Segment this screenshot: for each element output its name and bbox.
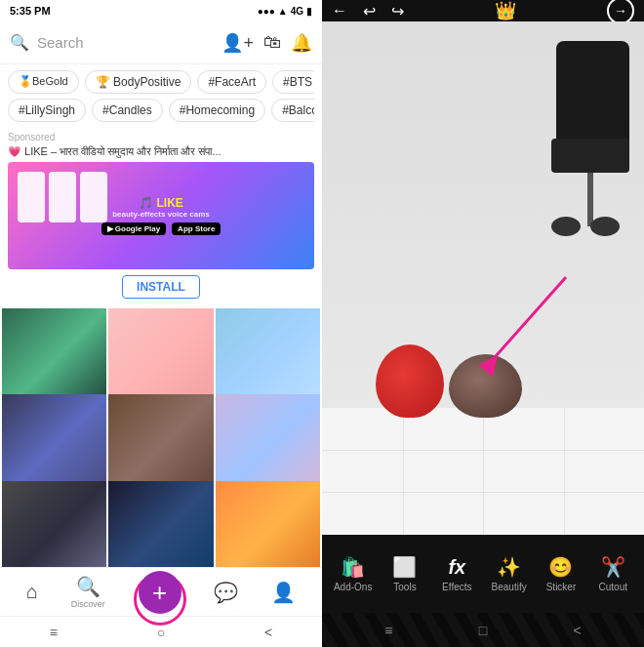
right-panel: ← ↩ ↪ 👑 → bbox=[322, 0, 644, 647]
arrow-svg bbox=[468, 267, 585, 384]
effects-icon: fx bbox=[448, 556, 465, 579]
hashtag-begold[interactable]: 🏅BeGold bbox=[8, 70, 79, 94]
activity-icon: 💬 bbox=[214, 581, 238, 604]
status-icons: ●●● ▲ 4G ▮ bbox=[258, 6, 312, 17]
home-icon: ⌂ bbox=[26, 581, 38, 603]
status-bar-left: 5:35 PM ●●● ▲ 4G ▮ bbox=[0, 0, 322, 21]
tools-label: Tools bbox=[393, 582, 416, 592]
floor-bg bbox=[322, 408, 644, 535]
nav-discover[interactable]: 🔍 Discover bbox=[71, 575, 105, 609]
chair-seat bbox=[551, 139, 629, 173]
forward-icon: → bbox=[614, 3, 627, 19]
crown-icon: 👑 bbox=[495, 0, 516, 21]
addons-icon: 🛍️ bbox=[341, 555, 365, 579]
wifi-icon: ▲ bbox=[278, 6, 288, 17]
cutout-icon: ✂️ bbox=[601, 555, 625, 579]
sticker-icon: 😊 bbox=[548, 555, 573, 579]
chair-leg bbox=[587, 173, 593, 226]
photo-cell-8[interactable] bbox=[108, 481, 213, 567]
hashtag-faceart[interactable]: #FaceArt bbox=[197, 70, 266, 94]
cutout-label: Cutout bbox=[599, 582, 627, 592]
tool-beautify[interactable]: ✨ Beautify bbox=[488, 555, 531, 592]
phone-2 bbox=[49, 172, 76, 222]
status-time: 5:35 PM bbox=[10, 5, 51, 17]
hashtag-candles[interactable]: #Candles bbox=[92, 99, 163, 122]
sticker-label: Sticker bbox=[546, 582, 577, 592]
chair-wheel-left bbox=[551, 217, 581, 236]
floor-line-v1 bbox=[403, 408, 404, 535]
system-bar-right: ≡ □ < bbox=[322, 613, 644, 647]
hashtag-row-1: 🏅BeGold 🏆 BodyPositive #FaceArt #BTS #..… bbox=[8, 70, 314, 94]
notification-icon[interactable]: 🔔 bbox=[291, 32, 312, 54]
battery-icon: ▮ bbox=[306, 6, 312, 17]
profile-icon: 👤 bbox=[271, 581, 296, 604]
fab-button[interactable]: + bbox=[139, 571, 181, 614]
search-input[interactable]: Search bbox=[37, 34, 214, 51]
add-user-icon[interactable]: 👤+ bbox=[221, 32, 254, 54]
beautify-icon: ✨ bbox=[497, 555, 521, 579]
hashtag-homecoming[interactable]: #Homecoming bbox=[169, 99, 265, 122]
tool-addons[interactable]: 🛍️ Add-Ons bbox=[332, 555, 375, 592]
ad-phones bbox=[18, 172, 107, 222]
bottom-nav: ⌂ 🔍 Discover + 💬 👤 bbox=[0, 567, 322, 616]
beanbag-red bbox=[376, 344, 444, 418]
tools-icon: ⬜ bbox=[392, 555, 417, 579]
install-button[interactable]: INSTALL bbox=[122, 275, 200, 299]
phone-1 bbox=[18, 172, 45, 222]
nav-arrows: ← ↩ ↪ bbox=[332, 2, 404, 20]
search-bar[interactable]: 🔍 Search 👤+ 🛍 🔔 bbox=[0, 21, 322, 64]
svg-line-0 bbox=[488, 277, 566, 365]
photo-cell-7[interactable] bbox=[2, 481, 106, 567]
nav-profile[interactable]: 👤 bbox=[271, 581, 296, 604]
addons-label: Add-Ons bbox=[334, 582, 372, 592]
discover-label: Discover bbox=[71, 599, 105, 609]
ad-title: 💗 LIKE – भारत वीडियो समुदाय और निर्माता … bbox=[8, 145, 314, 158]
status-bar-right: ← ↩ ↪ 👑 → bbox=[322, 0, 644, 21]
camera-view bbox=[322, 21, 644, 535]
signal-icon: ●●● bbox=[258, 6, 275, 17]
floor-line-v2 bbox=[483, 408, 484, 535]
svg-marker-1 bbox=[478, 355, 498, 377]
tool-sticker[interactable]: 😊 Sticker bbox=[540, 555, 583, 592]
ad-section: Sponsored 💗 LIKE – भारत वीडियो समुदाय और… bbox=[0, 128, 322, 306]
hashtag-lillysingh[interactable]: #LillySingh bbox=[8, 99, 86, 122]
nav-activity[interactable]: 💬 bbox=[214, 581, 238, 604]
ad-logo: 🎵 LIKE beauty-effects voice cams ▶ Googl… bbox=[101, 196, 221, 235]
floor-line-v3 bbox=[564, 408, 565, 535]
hashtag-balcony[interactable]: #Balcony bbox=[271, 99, 314, 122]
hashtag-section: 🏅BeGold 🏆 BodyPositive #FaceArt #BTS #..… bbox=[0, 64, 322, 128]
tool-effects[interactable]: fx Effects bbox=[435, 556, 478, 592]
network-icon: 4G bbox=[291, 6, 303, 17]
hashtag-bts[interactable]: #BTS bbox=[272, 70, 314, 94]
search-icon: 🔍 bbox=[10, 33, 29, 52]
hex-background bbox=[0, 613, 644, 647]
chair-wheel-right bbox=[590, 217, 620, 236]
redo-icon[interactable]: ↪ bbox=[391, 2, 404, 20]
arrow-overlay bbox=[468, 267, 585, 388]
toolbar: 🛍️ Add-Ons ⬜ Tools fx Effects ✨ Beautify… bbox=[322, 535, 644, 613]
hashtag-row-2: #LillySingh #Candles #Homecoming #Balcon… bbox=[8, 99, 314, 122]
discover-icon: 🔍 bbox=[76, 575, 101, 598]
ad-banner[interactable]: 🎵 LIKE beauty-effects voice cams ▶ Googl… bbox=[8, 162, 314, 269]
left-panel: 5:35 PM ●●● ▲ 4G ▮ 🔍 Search 👤+ 🛍 🔔 🏅BeGo… bbox=[0, 0, 322, 647]
ad-label: Sponsored bbox=[8, 132, 314, 142]
effects-label: Effects bbox=[442, 582, 471, 592]
chair-back bbox=[556, 41, 629, 148]
bag-icon[interactable]: 🛍 bbox=[263, 32, 281, 53]
beautify-label: Beautify bbox=[492, 582, 527, 592]
fab-plus-icon: + bbox=[152, 580, 167, 605]
tool-cutout[interactable]: ✂️ Cutout bbox=[591, 555, 634, 592]
tool-tools[interactable]: ⬜ Tools bbox=[383, 555, 426, 592]
undo-icon[interactable]: ↩ bbox=[363, 2, 376, 20]
nav-home[interactable]: ⌂ bbox=[26, 581, 38, 603]
fab-container: + bbox=[139, 571, 181, 614]
hashtag-bodypositive[interactable]: 🏆 BodyPositive bbox=[85, 70, 192, 94]
back-arrow-icon[interactable]: ← bbox=[332, 2, 347, 20]
chair bbox=[542, 41, 629, 217]
photo-grid bbox=[0, 306, 322, 567]
search-actions: 👤+ 🛍 🔔 bbox=[221, 32, 312, 54]
photo-cell-9[interactable] bbox=[216, 481, 320, 567]
